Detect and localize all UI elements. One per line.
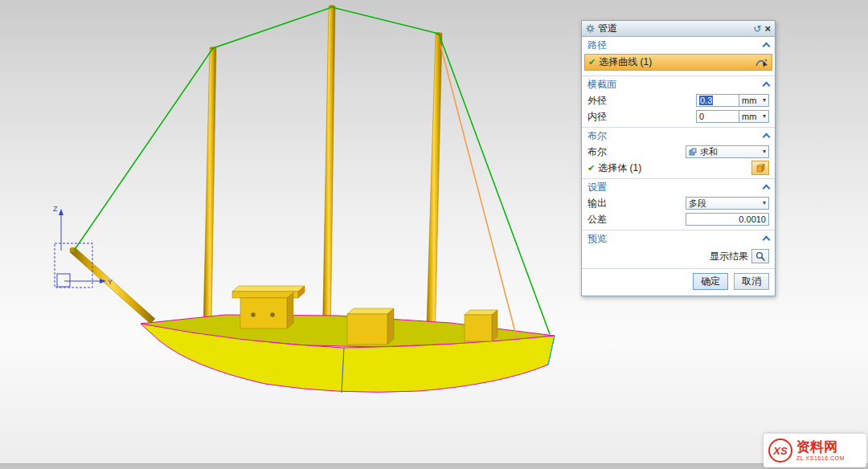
section-boolean-title: 布尔 [588, 129, 607, 143]
select-body-label: 选择体 (1) [598, 161, 641, 175]
boolean-dropdown[interactable]: 求和 ▾ [686, 145, 769, 158]
select-curve-label: 选择曲线 (1) [599, 55, 752, 69]
chevron-up-icon[interactable] [763, 133, 771, 141]
dialog-reset-icon[interactable]: ↺ [753, 24, 761, 34]
rigging-curves[interactable] [74, 7, 550, 338]
section-cross: 横截面 外径 0.3 mm ▾ 内径 0 mm [582, 75, 775, 127]
section-cross-header[interactable]: 横截面 [582, 76, 775, 92]
output-dropdown[interactable]: 多段 ▾ [686, 197, 769, 210]
inner-diameter-row: 内径 0 mm ▾ [582, 108, 775, 124]
outer-diameter-input[interactable]: 0.3 [696, 94, 739, 107]
dialog-close-icon[interactable]: × [764, 22, 771, 35]
tolerance-label: 公差 [588, 213, 607, 226]
boolean-row: 布尔 求和 ▾ [582, 144, 775, 160]
inner-diameter-unit-dropdown[interactable]: mm ▾ [739, 110, 769, 123]
show-result-row: 显示结果 [582, 247, 775, 266]
tolerance-value: 0.0010 [739, 214, 766, 224]
chevron-down-icon: ▾ [763, 97, 766, 104]
section-boolean-header[interactable]: 布尔 [582, 128, 775, 144]
output-value: 多段 [689, 198, 706, 210]
check-icon: ✔ [588, 58, 596, 67]
chevron-up-icon[interactable] [763, 236, 771, 244]
tolerance-input[interactable]: 0.0010 [686, 213, 769, 226]
watermark: XS 资料网 ZL.XS1616.COM [764, 434, 866, 467]
chevron-down-icon: ▾ [763, 200, 766, 206]
select-curve-row[interactable]: ✔ 选择曲线 (1) [584, 54, 772, 71]
section-settings-header[interactable]: 设置 [582, 179, 775, 195]
outer-diameter-value: 0.3 [699, 96, 713, 105]
section-cross-title: 横截面 [588, 78, 616, 92]
ok-button[interactable]: 确定 [693, 273, 728, 290]
select-body-button[interactable] [751, 161, 769, 175]
section-boolean: 布尔 布尔 求和 ▾ ✔ 选择体 (1) [582, 127, 775, 178]
tolerance-row: 公差 0.0010 [582, 211, 775, 227]
gear-icon [586, 24, 595, 33]
show-result-button[interactable] [751, 249, 769, 263]
section-preview-header[interactable]: 预览 [582, 230, 775, 247]
outer-diameter-unit: mm [742, 96, 756, 105]
section-path-header[interactable]: 路径 [582, 37, 775, 53]
section-settings: 设置 输出 多段 ▾ 公差 0.0010 [582, 178, 775, 230]
axis-y-label: Y [108, 278, 113, 286]
output-row: 输出 多段 ▾ [582, 195, 775, 211]
chevron-up-icon[interactable] [763, 82, 771, 90]
outer-diameter-label: 外径 [588, 94, 607, 108]
curve-select-icon[interactable] [755, 58, 768, 67]
chevron-up-icon[interactable] [763, 43, 771, 51]
chevron-down-icon: ▾ [763, 113, 766, 120]
pipe-dialog: 管道 ↺ × 路径 ✔ 选择曲线 (1) 横截面 外径 [581, 20, 776, 296]
dialog-title: 管道 [598, 22, 750, 35]
chevron-down-icon: ▾ [763, 149, 766, 155]
section-path: 路径 ✔ 选择曲线 (1) [582, 37, 775, 75]
show-result-label: 显示结果 [710, 250, 748, 263]
check-icon: ✔ [588, 164, 595, 173]
dialog-titlebar[interactable]: 管道 ↺ × [582, 21, 775, 37]
section-path-title: 路径 [588, 39, 607, 52]
output-label: 输出 [588, 197, 607, 210]
solid-body-icon [755, 163, 766, 173]
inner-diameter-value: 0 [699, 112, 704, 121]
axis-z-label: Z [53, 205, 58, 213]
select-body-row[interactable]: ✔ 选择体 (1) [582, 160, 775, 176]
inner-diameter-unit: mm [742, 112, 756, 121]
inner-diameter-input[interactable]: 0 [696, 110, 739, 123]
dialog-buttons: 确定 取消 [582, 268, 775, 296]
section-settings-title: 设置 [588, 181, 607, 194]
section-preview: 预览 显示结果 [582, 230, 775, 268]
chevron-up-icon[interactable] [763, 185, 771, 193]
watermark-logo: XS [768, 438, 792, 463]
magnifier-icon [755, 251, 766, 262]
unite-icon [689, 148, 697, 156]
outer-diameter-row: 外径 0.3 mm ▾ [582, 92, 775, 108]
cancel-button[interactable]: 取消 [734, 273, 769, 290]
section-preview-title: 预览 [588, 232, 607, 246]
watermark-site-url: ZL.XS1616.COM [796, 455, 845, 462]
watermark-site-name: 资料网 [796, 439, 845, 455]
boolean-label: 布尔 [588, 145, 607, 159]
boolean-value: 求和 [700, 146, 718, 158]
outer-diameter-unit-dropdown[interactable]: mm ▾ [739, 94, 769, 107]
inner-diameter-label: 内径 [588, 110, 607, 124]
